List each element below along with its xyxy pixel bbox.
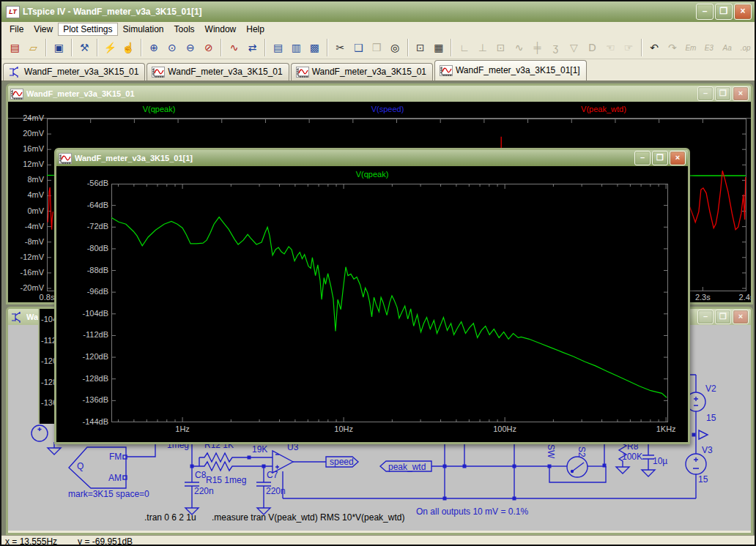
time-y-axis-label: -8mV — [10, 237, 44, 246]
time-y-axis-label: 0mV — [10, 206, 44, 215]
fft-plot-window[interactable]: WandF_meter_v3a_3K15_01[1] – ❐ × V(qpeak… — [54, 148, 690, 444]
fft-maximize-button[interactable]: ❐ — [652, 151, 668, 165]
wire-tool-button: ∟ — [455, 39, 473, 56]
tile-vertical-button[interactable]: ▥ — [287, 39, 305, 56]
cursor-x-readout: x = 13.555Hz — [5, 536, 57, 546]
waveform-icon — [10, 89, 23, 100]
zoom-fit-button[interactable]: ⇄ — [243, 39, 262, 56]
resistor-tool-button: ∿ — [510, 39, 528, 56]
fft-y-axis-label: -128dB — [59, 374, 108, 383]
menu-plot-settings[interactable]: Plot Settings — [58, 23, 117, 36]
trace-name-vspeed[interactable]: V(speed) — [371, 105, 404, 113]
time-x-axis-label: 0.8s — [40, 293, 55, 302]
capacitor-tool-button: ╪ — [528, 39, 546, 56]
main-title-bar[interactable]: LT LTspice IV - WandF_meter_v3a_3K15_01[… — [1, 1, 755, 22]
schematic-label: FM — [109, 452, 122, 462]
spice-directive-button: .op — [736, 39, 755, 56]
time-plot-minimize-button[interactable]: – — [697, 86, 714, 101]
fft-minimize-button[interactable]: – — [634, 151, 651, 165]
time-plot-maximize-button[interactable]: ❐ — [715, 86, 731, 101]
fft-close-button[interactable]: × — [670, 151, 686, 165]
time-x-axis-label: 2.3s — [695, 293, 711, 302]
fft-y-axis-label: -144dB — [59, 417, 108, 426]
tab-2[interactable]: WandF_meter_v3a_3K15_01 — [147, 63, 289, 81]
schematic-icon — [8, 67, 21, 78]
menu-tools[interactable]: Tools — [169, 23, 200, 36]
fft-plot-pane[interactable] — [111, 184, 668, 422]
undo-button[interactable]: ↶ — [645, 39, 664, 56]
tab-label: WandF_meter_v3a_3K15_01 — [24, 67, 138, 77]
print-preview-button[interactable]: ⊡ — [412, 39, 430, 56]
fft-x-axis-label: 100Hz — [493, 425, 516, 433]
fft-y-axis-label: -120dB — [59, 352, 108, 361]
find-button[interactable]: ◎ — [386, 39, 404, 56]
schematic-label: peak_wtd — [388, 462, 426, 472]
redo-button: ↷ — [664, 39, 682, 56]
time-plot-close-button[interactable]: × — [733, 86, 749, 101]
fft-y-axis-label: -96dB — [59, 287, 108, 296]
schematic-label: Q — [77, 461, 84, 471]
fft-x-axis-label: 1KHz — [656, 425, 676, 433]
clipped-axis-label: -128dB — [41, 378, 56, 386]
schematic-label: On all outputs 10 mV = 0.1% — [416, 506, 528, 517]
time-y-axis-label: -4mV — [10, 222, 44, 231]
halt-button: ☝ — [119, 39, 138, 56]
schematic-label: 220n — [266, 486, 286, 496]
trace-name-vqpeak[interactable]: V(qpeak) — [143, 105, 176, 113]
zoom-in-button[interactable]: ⊕ — [145, 39, 163, 56]
menu-view[interactable]: View — [29, 23, 58, 36]
drag-tool-button: ☞ — [620, 39, 638, 56]
tab-label: WandF_meter_v3a_3K15_01[1] — [456, 65, 580, 75]
schematic-label: S2 — [577, 446, 587, 457]
schematic-close-button[interactable]: × — [733, 310, 749, 324]
save-button[interactable]: ▣ — [50, 39, 68, 56]
cascade-button[interactable]: ▩ — [305, 39, 324, 56]
schematic-maximize-button[interactable]: ❐ — [715, 310, 731, 324]
tab-4-active[interactable]: WandF_meter_v3a_3K15_01[1] — [434, 60, 587, 81]
fft-trace-name[interactable]: V(qpeak) — [356, 170, 389, 179]
open-button[interactable]: ▱ — [24, 39, 42, 56]
cut-button[interactable]: ✂ — [331, 39, 349, 56]
tile-horizontal-button[interactable]: ▤ — [269, 39, 287, 56]
print-button[interactable]: ▦ — [429, 39, 448, 56]
paste-button: ❒ — [368, 39, 386, 56]
schematic-label: mark=3K15 space=0 — [68, 489, 149, 499]
menu-help[interactable]: Help — [241, 23, 270, 36]
copy-button[interactable]: ❑ — [349, 39, 368, 56]
tab-3[interactable]: WandF_meter_v3a_3K15_01 — [291, 63, 433, 81]
close-button[interactable]: × — [734, 4, 752, 20]
fft-y-axis-label: -72dB — [59, 222, 108, 231]
schematic-label: SW — [546, 444, 556, 458]
fft-y-axis-label: -56dB — [59, 179, 108, 187]
trace-name-vpeak_wtd[interactable]: V(peak_wtd) — [581, 105, 626, 113]
fft-y-axis-label: -104dB — [59, 309, 108, 318]
toolbar-separator — [141, 39, 142, 56]
schematic-minimize-button[interactable]: – — [697, 310, 714, 324]
toolbar-separator — [327, 39, 328, 56]
tab-1[interactable]: WandF_meter_v3a_3K15_01 — [3, 63, 145, 81]
fft-y-axis-label: -80dB — [59, 244, 108, 253]
restore-button[interactable]: ❐ — [715, 4, 733, 20]
tab-bar: WandF_meter_v3a_3K15_01WandF_meter_v3a_3… — [1, 59, 755, 81]
zoom-extents-button[interactable]: ⊘ — [199, 39, 218, 56]
schematic-label: 10µ — [653, 456, 667, 466]
schematic-label: R15 1meg — [206, 475, 246, 485]
menu-simulation[interactable]: Simulation — [118, 23, 169, 36]
new-schematic-button[interactable]: ▤ — [6, 39, 24, 56]
ground-tool-button: ⊥ — [473, 39, 492, 56]
control-panel-hammer-button[interactable]: ⚒ — [75, 39, 94, 56]
menu-window[interactable]: Window — [200, 23, 242, 36]
toolbar-separator — [97, 39, 98, 56]
mdi-client-area: WandF_meter_v3a_3K15_01 – ❐ × — [1, 81, 755, 535]
time-plot-title-bar[interactable]: WandF_meter_v3a_3K15_01 – ❐ × — [8, 86, 751, 102]
fft-plot-title-bar[interactable]: WandF_meter_v3a_3K15_01[1] – ❐ × — [56, 150, 688, 166]
zoom-box-button[interactable]: ⊙ — [163, 39, 181, 56]
zoom-out-button[interactable]: ⊖ — [181, 39, 199, 56]
fft-plot-canvas[interactable]: V(qpeak) -56dB-64dB-72dB-80dB-88dB-96dB-… — [56, 166, 688, 442]
diode-tool-button: ▽ — [565, 39, 583, 56]
minimize-button[interactable]: – — [696, 4, 714, 20]
autorange-button[interactable]: ∿ — [225, 39, 243, 56]
hidden-plot-window-sliver[interactable]: -104dB-112dB-120dB-128dB-136dB — [38, 309, 56, 424]
menu-file[interactable]: File — [4, 23, 29, 36]
schematic-label: 15 — [706, 413, 716, 423]
